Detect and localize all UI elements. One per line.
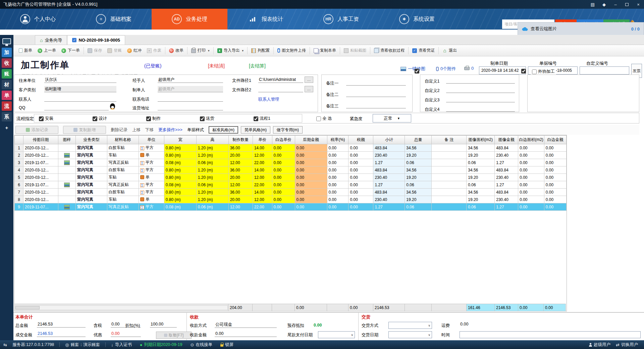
order-items-grid[interactable]: 传图日期图样业务类型材料名称单位宽高制作数量单价白边单价后期金额税率(%)税额小… bbox=[14, 135, 567, 311]
cell-img_area[interactable]: 34.56 bbox=[467, 144, 495, 152]
cell-img_amt[interactable]: 230.40 bbox=[495, 174, 518, 181]
col-header-业务类型[interactable]: 业务类型 bbox=[75, 136, 107, 144]
cell-price[interactable]: 22.00 bbox=[253, 159, 272, 166]
path2-field[interactable] bbox=[258, 86, 303, 92]
print-count[interactable]: 0 bbox=[464, 66, 474, 71]
cell-img_area[interactable]: 19.20 bbox=[467, 152, 495, 159]
toolbar-改单[interactable]: ↻改单 bbox=[166, 46, 186, 55]
cell-n[interactable]: 6 bbox=[15, 181, 23, 189]
cell-note[interactable] bbox=[432, 174, 467, 181]
cell-total_qty[interactable]: 34.56 bbox=[405, 166, 432, 174]
cell-price[interactable]: 12.00 bbox=[253, 152, 272, 159]
cell-material[interactable]: 写真正反贴 bbox=[107, 181, 139, 189]
cell-img_amt[interactable]: 230.40 bbox=[495, 152, 518, 159]
cell-note[interactable] bbox=[432, 203, 467, 211]
cell-tax_rate[interactable]: 0.00 bbox=[327, 166, 348, 174]
cell-later_amt[interactable]: 0.00 bbox=[295, 181, 327, 189]
minimize-button[interactable]: – bbox=[610, 0, 621, 9]
cell-img_amt[interactable]: 483.84 bbox=[495, 166, 518, 174]
cell-subtotal[interactable]: 1.27 bbox=[373, 203, 405, 211]
cell-img[interactable] bbox=[58, 181, 75, 189]
cell-edge_price[interactable]: 0.00 bbox=[272, 144, 295, 152]
cell-subtotal[interactable]: 1.27 bbox=[373, 159, 405, 166]
sidebar-tile-单[interactable]: 单 bbox=[2, 91, 12, 100]
cell-tax[interactable]: 0.00 bbox=[348, 152, 373, 159]
cell-price[interactable]: 22.00 bbox=[253, 181, 272, 189]
cell-edge_amt[interactable]: 0.00 bbox=[544, 144, 566, 152]
cell-h[interactable]: 0.06 (m) bbox=[196, 203, 228, 211]
cell-tax[interactable]: 0.00 bbox=[348, 144, 373, 152]
toolbar-红冲[interactable]: ✓红冲 bbox=[124, 46, 144, 55]
cell-n[interactable]: 2 bbox=[15, 152, 23, 159]
cell-total_qty[interactable]: 19.20 bbox=[405, 196, 432, 203]
cell-type[interactable]: 室内写真 bbox=[75, 166, 107, 174]
cell-material[interactable]: 白胶车贴 bbox=[107, 144, 139, 152]
cell-edge_area[interactable]: 0.00 bbox=[518, 203, 544, 211]
final-date-combo[interactable]: ∨ bbox=[318, 331, 355, 338]
cell-img_area[interactable]: 0.06 bbox=[467, 159, 495, 166]
cell-material[interactable]: 写真正反贴 bbox=[107, 159, 139, 166]
custom3-field[interactable] bbox=[446, 96, 515, 102]
maximize-button[interactable] bbox=[621, 0, 633, 9]
cell-tax[interactable]: 0.00 bbox=[348, 174, 373, 181]
col-header-白边金额[interactable]: 白边金额 bbox=[544, 136, 566, 144]
nav-item-人事工资[interactable]: HR人事工资 bbox=[303, 9, 379, 30]
cell-later_amt[interactable]: 0.00 bbox=[295, 166, 327, 174]
notes-toggle-checkbox[interactable] bbox=[415, 69, 419, 73]
cell-img[interactable] bbox=[58, 189, 75, 196]
cell-material[interactable]: 写真正反贴 bbox=[107, 203, 139, 211]
cell-total_qty[interactable]: 19.20 bbox=[405, 152, 432, 159]
toolbar-导入导出[interactable]: x导入导出▾ bbox=[215, 46, 247, 55]
cell-unit[interactable]: Σ平方 bbox=[139, 181, 164, 189]
category-field[interactable]: 临时新增 bbox=[44, 86, 116, 92]
cell-tax[interactable]: 0.00 bbox=[348, 159, 373, 166]
cell-unit[interactable]: 单 bbox=[139, 152, 164, 159]
attachments-link[interactable]: 0个附件 bbox=[436, 66, 456, 72]
cell-material[interactable]: 车贴 bbox=[107, 196, 139, 203]
cell-price[interactable]: 12.00 bbox=[253, 174, 272, 181]
cloud-link[interactable]: 查看云端图片 bbox=[531, 26, 557, 32]
cell-img_amt[interactable]: 1.27 bbox=[495, 203, 518, 211]
cell-type[interactable]: 室内写真 bbox=[75, 196, 107, 203]
cell-edge_area[interactable]: 0.00 bbox=[518, 159, 544, 166]
cell-later_amt[interactable]: 0.00 bbox=[295, 144, 327, 152]
table-row[interactable]: 82020-03-12...室内写真车贴单0.80 (m)1.20 (m)20.… bbox=[15, 196, 567, 203]
style-button-简单风格(m)[interactable]: 简单风格(m) bbox=[241, 126, 270, 134]
cell-edge_amt[interactable]: 0.00 bbox=[544, 166, 566, 174]
custom2-field[interactable] bbox=[446, 87, 515, 93]
phone-field[interactable] bbox=[158, 95, 223, 102]
cell-total_qty[interactable]: 0.06 bbox=[405, 181, 432, 189]
cell-n[interactable]: 9 bbox=[15, 203, 23, 211]
cell-tax_rate[interactable]: 0.00 bbox=[327, 189, 348, 196]
cell-img_area[interactable]: 19.20 bbox=[467, 196, 495, 203]
cell-subtotal[interactable]: 483.84 bbox=[373, 189, 405, 196]
custom4-field[interactable] bbox=[446, 105, 515, 112]
select-all-checkbox[interactable]: 全 选 bbox=[316, 116, 332, 121]
cell-h[interactable]: 1.20 (m) bbox=[196, 189, 228, 196]
table-row[interactable]: 42020-03-12...室内写真白胶车贴Σ平方0.80 (m)1.20 (m… bbox=[15, 166, 567, 174]
delete-record-button[interactable]: 删除记录 bbox=[111, 127, 127, 133]
cell-note[interactable] bbox=[432, 159, 467, 166]
cell-unit[interactable]: Σ平方 bbox=[139, 144, 164, 152]
flow-step-流程1[interactable]: 流程1 bbox=[254, 116, 270, 121]
table-row[interactable]: 72020-03-12...室内写真白胶车贴Σ平方0.80 (m)1.20 (m… bbox=[15, 189, 567, 196]
cell-n[interactable]: 7 bbox=[15, 189, 23, 196]
cell-img_amt[interactable]: 483.84 bbox=[495, 144, 518, 152]
cell-img[interactable] bbox=[58, 174, 75, 181]
cell-tax_rate[interactable]: 0.00 bbox=[327, 152, 348, 159]
cell-h[interactable]: 0.06 (m) bbox=[196, 181, 228, 189]
cell-material[interactable]: 白胶车贴 bbox=[107, 166, 139, 174]
cell-type[interactable]: 室内写真 bbox=[75, 181, 107, 189]
outsource-checkbox[interactable]: 外协加工 bbox=[531, 69, 556, 74]
col-header-后期金额[interactable]: 后期金额 bbox=[295, 136, 327, 144]
sidebar-tile-系[interactable]: 系 bbox=[2, 112, 12, 121]
cell-h[interactable]: 1.20 (m) bbox=[196, 152, 228, 159]
thumbnail-image[interactable] bbox=[64, 153, 70, 158]
cell-w[interactable]: 0.80 (m) bbox=[164, 144, 196, 152]
toolbar-退出[interactable]: ⌂退出 bbox=[440, 46, 460, 55]
online-orders[interactable]: ⊙在线接单 bbox=[187, 342, 215, 348]
cell-img_area[interactable]: 19.20 bbox=[467, 174, 495, 181]
make-date-combo[interactable]: 2020-09-18 14:16:42∨ bbox=[479, 66, 526, 74]
close-button[interactable]: × bbox=[633, 0, 644, 9]
cell-h[interactable]: 0.06 (m) bbox=[196, 159, 228, 166]
